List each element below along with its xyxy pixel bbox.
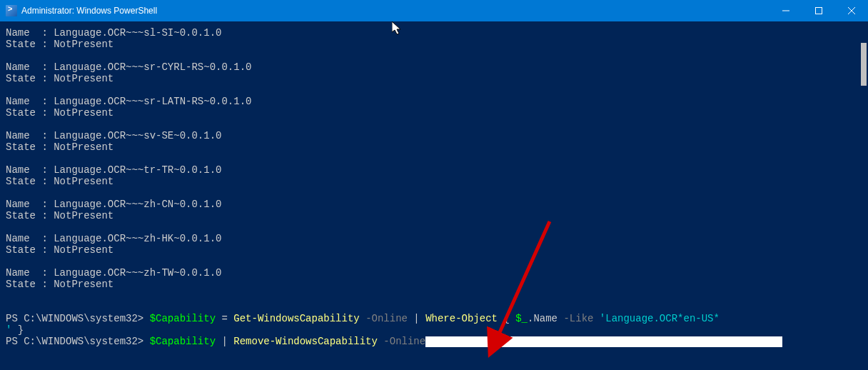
name-line: Name : Language.OCR~~~zh-CN~0.0.1.0 — [6, 199, 859, 210]
name-line: Name : Language.OCR~~~sl-SI~0.0.1.0 — [6, 27, 859, 39]
terminal-output[interactable]: Name : Language.OCR~~~sl-SI~0.0.1.0State… — [6, 27, 859, 367]
capability-entry: Name : Language.OCR~~~zh-HK~0.0.1.0State… — [6, 233, 859, 256]
svg-rect-1 — [816, 8, 822, 14]
close-icon — [848, 7, 855, 14]
state-line: State : NotPresent — [6, 73, 859, 84]
minimize-button[interactable] — [769, 0, 802, 21]
minimize-icon — [782, 7, 789, 14]
titlebar[interactable]: Administrator: Windows PowerShell — [0, 0, 868, 21]
text-cursor — [425, 336, 782, 347]
command-line-2: PS C:\WINDOWS\system32> $Capability | Re… — [6, 336, 859, 347]
state-line: State : NotPresent — [6, 176, 859, 187]
capability-entry: Name : Language.OCR~~~sr-CYRL-RS~0.0.1.0… — [6, 61, 859, 84]
name-line: Name : Language.OCR~~~sv-SE~0.0.1.0 — [6, 130, 859, 141]
command-line-1: PS C:\WINDOWS\system32> $Capability = Ge… — [6, 313, 859, 336]
state-line: State : NotPresent — [6, 141, 859, 153]
name-line: Name : Language.OCR~~~tr-TR~0.0.1.0 — [6, 164, 859, 176]
maximize-icon — [815, 7, 822, 14]
name-line: Name : Language.OCR~~~zh-TW~0.0.1.0 — [6, 267, 859, 279]
name-line: Name : Language.OCR~~~zh-HK~0.0.1.0 — [6, 233, 859, 244]
capability-entry: Name : Language.OCR~~~sr-LATN-RS~0.0.1.0… — [6, 96, 859, 119]
state-line: State : NotPresent — [6, 279, 859, 290]
capability-entry: Name : Language.OCR~~~zh-CN~0.0.1.0State… — [6, 199, 859, 221]
powershell-icon — [6, 5, 17, 16]
powershell-window: Administrator: Windows PowerShell Name :… — [0, 0, 868, 370]
state-line: State : NotPresent — [6, 107, 859, 119]
capability-entry: Name : Language.OCR~~~tr-TR~0.0.1.0State… — [6, 164, 859, 187]
state-line: State : NotPresent — [6, 244, 859, 256]
capability-entry: Name : Language.OCR~~~sl-SI~0.0.1.0State… — [6, 27, 859, 50]
capability-entry: Name : Language.OCR~~~zh-TW~0.0.1.0State… — [6, 267, 859, 290]
maximize-button[interactable] — [802, 0, 835, 21]
capability-entry: Name : Language.OCR~~~sv-SE~0.0.1.0State… — [6, 130, 859, 153]
scrollbar[interactable] — [859, 21, 868, 370]
name-line: Name : Language.OCR~~~sr-CYRL-RS~0.0.1.0 — [6, 61, 859, 73]
name-line: Name : Language.OCR~~~sr-LATN-RS~0.0.1.0 — [6, 96, 859, 107]
scrollbar-thumb[interactable] — [861, 43, 867, 86]
terminal-area[interactable]: Name : Language.OCR~~~sl-SI~0.0.1.0State… — [0, 21, 868, 370]
close-button[interactable] — [835, 0, 868, 21]
state-line: State : NotPresent — [6, 210, 859, 221]
window-title: Administrator: Windows PowerShell — [21, 6, 157, 16]
state-line: State : NotPresent — [6, 39, 859, 50]
